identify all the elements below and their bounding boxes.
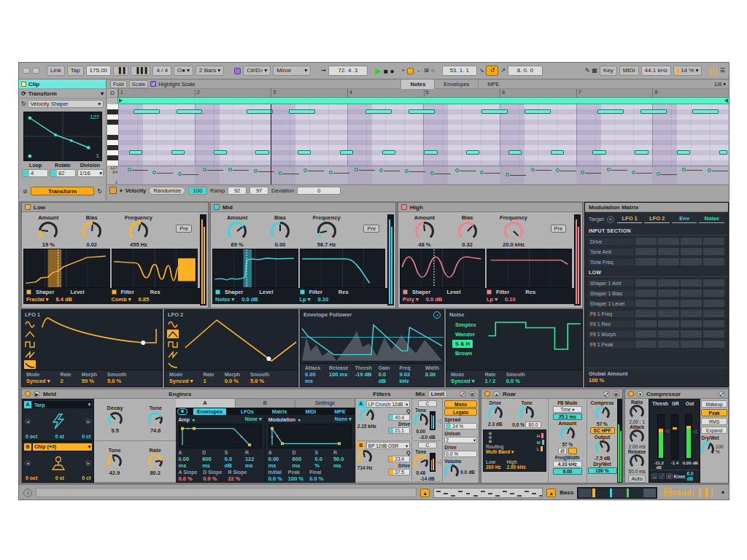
matrix-row-label[interactable]: Flt 1 Morph [589, 331, 634, 338]
midi-note[interactable] [298, 150, 311, 155]
matrix-cell[interactable] [703, 330, 724, 338]
matrix-cell[interactable] [635, 258, 657, 265]
param-value[interactable]: Synced ▾ [26, 378, 50, 384]
param-value[interactable]: 0.0 % [309, 475, 323, 482]
engine-b-tone-knob[interactable] [107, 454, 122, 469]
comp-drywet-knob[interactable] [701, 442, 714, 456]
engine-b-rate-knob[interactable] [148, 454, 163, 469]
refresh-icon[interactable]: ↻ [21, 101, 26, 107]
matrix-target-column[interactable]: Noise [699, 215, 724, 223]
transform-section-header[interactable]: ⟳ Transform ▾ [19, 89, 106, 98]
nudge-up-icon[interactable]: ▐▐▐ [131, 66, 150, 76]
legato-button[interactable]: Legato [444, 408, 477, 416]
param-value[interactable]: Synced ▾ [169, 378, 193, 384]
matrix-cell[interactable] [658, 320, 679, 327]
draw-mode-icon[interactable]: ✎ [585, 67, 590, 74]
midi-note[interactable] [719, 150, 728, 155]
matrix-cell[interactable] [681, 320, 702, 327]
tempo-field[interactable]: 175.00 [86, 66, 111, 76]
meld-subtab-envelopes[interactable]: Envelopes [193, 408, 226, 415]
follow-icon[interactable]: ➞ [321, 67, 326, 74]
mix-b-clip-icon[interactable]: ◁ [437, 459, 441, 465]
param-value[interactable]: 59 % [82, 378, 97, 384]
velocity-marker[interactable] [682, 168, 686, 171]
sc-hpf-button[interactable]: SC HPF [590, 427, 615, 434]
filter-b-q-field[interactable]: 23.4 [388, 456, 410, 462]
filter-res-value[interactable]: 0.85 [139, 296, 150, 303]
engine-a-ct[interactable]: 0 ct [82, 434, 90, 439]
matrix-cell[interactable] [635, 300, 657, 307]
engine-b-ct[interactable]: 0 ct [82, 475, 90, 481]
auto-release-button[interactable]: Auto [628, 475, 645, 483]
scale-icon[interactable] [234, 68, 241, 74]
matrix-cell[interactable] [658, 310, 679, 317]
midi-note[interactable] [677, 150, 690, 155]
velocity-marker[interactable] [556, 168, 560, 172]
filter-a-type-select[interactable]: LP Crunch 12dB▾ [366, 400, 411, 408]
clip-overview[interactable] [433, 488, 543, 498]
velocity-marker[interactable] [203, 168, 206, 171]
nudge-down-icon[interactable]: ▐▐ [113, 66, 128, 76]
link-button[interactable]: Link [47, 66, 65, 76]
bar-number[interactable]: 6 [500, 89, 576, 97]
mix-a-pan-field[interactable]: C [418, 400, 437, 407]
mix-b-pan-field[interactable]: C [418, 442, 437, 448]
velocity-marker[interactable] [657, 172, 660, 176]
roar-high-value[interactable]: 2.00 kHz [507, 464, 526, 470]
rotate-value-field[interactable]: 82 [50, 169, 76, 177]
filter-a-freq-knob[interactable] [360, 408, 374, 423]
tab-mpe[interactable]: MPE [478, 79, 508, 89]
engine-b-badge[interactable]: B [24, 443, 31, 451]
midi-note[interactable] [525, 109, 551, 114]
knee-value[interactable]: 6.0 dB [686, 471, 697, 481]
peak-button[interactable]: Peak [701, 409, 727, 416]
bar-number[interactable]: 7 [576, 89, 653, 97]
mix-b-tone-knob[interactable] [414, 455, 428, 470]
shaper-enable-checkbox[interactable] [403, 289, 408, 295]
division-select[interactable]: 1/16▾ [77, 169, 104, 177]
matrix-cell[interactable] [681, 330, 702, 338]
bar-ruler[interactable]: 12345678 [118, 89, 729, 98]
param-value[interactable]: 0.0 % [268, 475, 282, 482]
param-value[interactable]: 0.00 ms [305, 371, 322, 384]
filter-type-select[interactable]: Lp ▾ [300, 296, 311, 303]
param-value[interactable]: 122 ms [245, 456, 262, 469]
matrix-row-label[interactable]: Shaper 1 Level [589, 300, 634, 307]
matrix-cell[interactable] [681, 238, 702, 245]
tab-envelopes[interactable]: Envelopes [434, 79, 478, 89]
shaper-level-value[interactable]: 0.0 dB [241, 296, 258, 303]
matrix-cell[interactable] [681, 279, 702, 287]
meter-menu-icon[interactable]: ▾ [721, 489, 724, 496]
device-chain-overview[interactable] [577, 487, 657, 499]
matrix-target-column[interactable]: LFO 2 [644, 215, 670, 223]
frequency-knob[interactable] [504, 222, 523, 241]
matrix-cell[interactable] [635, 320, 657, 327]
param-value[interactable]: 1 / 2 [485, 378, 496, 384]
midi-note[interactable] [640, 109, 667, 114]
velocity-marker[interactable] [178, 172, 182, 176]
volume-knob[interactable] [444, 464, 459, 479]
unison-select[interactable]: 2▾ [444, 437, 477, 443]
insert-marker2-icon[interactable] [32, 68, 39, 74]
mod-env-graph[interactable] [268, 424, 352, 448]
matrix-cell[interactable] [635, 330, 657, 338]
collapse-arrow-icon[interactable]: ▾ [101, 90, 104, 97]
automation-arm-icon[interactable] [407, 68, 414, 74]
limit-button[interactable]: Limit [428, 390, 447, 398]
thresh-meter[interactable]: ◁ [657, 414, 665, 459]
attack-value[interactable]: 2.00 ms [629, 444, 646, 449]
transform-apply-button[interactable]: Transform [31, 187, 95, 195]
midi-note[interactable] [635, 150, 648, 155]
roar-drywet-field[interactable]: 100 % [588, 467, 617, 474]
param-value[interactable]: 600 ms [202, 456, 219, 469]
out-meter[interactable]: ◁ [685, 414, 692, 459]
midi-note[interactable] [409, 109, 435, 114]
scale-button[interactable]: Scale [129, 80, 149, 88]
velocity-marker[interactable] [329, 171, 333, 174]
midi-note[interactable] [255, 150, 268, 155]
matrix-cell[interactable] [681, 310, 702, 317]
routing-select[interactable]: Multi Band ▾ [486, 449, 543, 455]
mix-a-level[interactable]: -3.0 dB [419, 435, 436, 440]
transform-tool-select[interactable]: Velocity Shaper▾ [28, 100, 104, 108]
matrix-cell[interactable] [681, 289, 702, 297]
